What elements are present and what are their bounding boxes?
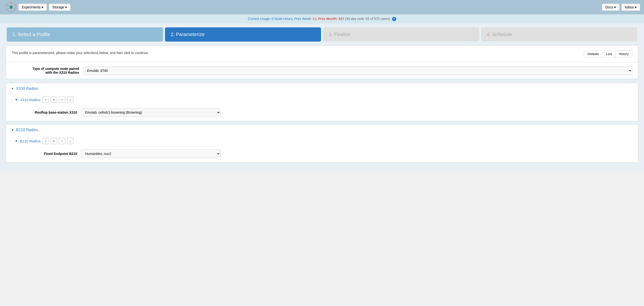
step-2-label: Parameterize [176,32,205,37]
defaults-button[interactable]: Defaults [584,50,603,57]
navbar: Experiments ▾ Storage ▾ Docs ▾ kobus ▾ [0,0,644,14]
b210-plus-button[interactable]: + [51,138,57,144]
experiments-dropdown-icon: ▾ [42,5,43,9]
svg-point-2 [10,6,12,9]
main-content: This profile is parameterized; please ma… [0,45,644,171]
b210-section: ▼ B210 Radios ▼ B210 Radios − + ↑ ↓ Fixe… [6,124,638,163]
storage-dropdown-icon: ▾ [65,5,67,9]
x310-section-title: X310 Radios [16,86,38,91]
navbar-right: Docs ▾ kobus ▾ [602,3,640,11]
navbar-left: Experiments ▾ Storage ▾ [18,3,602,11]
b210-sub-section: ▼ B210 Radios − + ↑ ↓ Fixed Endpoint B21… [6,135,638,162]
logo [4,0,18,14]
x310-param-label: Rooftop base-station X310 [20,110,77,114]
usage-bar: Current Usage: 0 Node Hours, Prev Week: … [0,14,644,23]
step-1[interactable]: 1. Select a Profile [7,27,163,41]
user-label: kobus [625,5,634,9]
x310-down-button[interactable]: ↓ [67,97,73,103]
docs-label: Docs [606,5,613,9]
x310-chevron-icon: ▼ [11,87,14,90]
step-4-number: 4. [487,32,491,37]
prev-week-value: 33 [312,17,316,21]
b210-chevron-icon: ▼ [11,128,14,132]
step-4[interactable]: 4. Schedule [481,27,638,41]
x310-sub-header: ▼ X310 Radios − + ↑ ↓ [15,97,633,103]
compute-node-label: Type of compute node pairedwith the X310… [12,67,79,74]
experiments-label: Experiments [22,5,41,9]
prev-week-label: Prev Week: [294,17,312,21]
x310-param-row: Rooftop base-station X310 Emulab, cellsd… [15,106,633,119]
x310-param-select[interactable]: Emulab, cellsdr1-browning (Browning) Emu… [81,108,220,117]
current-usage-label: Current Usage: 0 Node Hours, [248,17,293,21]
rank-text: (30 day rank: 65 of 575 users) [345,17,390,21]
compute-node-row: Type of compute node pairedwith the X310… [6,62,638,79]
step-1-label: Select a Profile [18,32,50,37]
docs-button[interactable]: Docs ▾ [602,3,620,11]
info-description: This profile is parameterized; please ma… [12,50,149,55]
b210-param-label: Fixed Endpoint B210 [20,152,77,156]
step-4-label: Schedule [492,32,512,37]
storage-button[interactable]: Storage ▾ [49,3,70,11]
x310-plus-button[interactable]: + [51,97,57,103]
step-1-number: 1. [12,32,16,37]
b210-down-button[interactable]: ↓ [67,138,73,144]
x310-sub-chevron-icon: ▼ [15,98,18,102]
b210-section-title: B210 Radios [16,128,38,132]
user-button[interactable]: kobus ▾ [622,3,640,11]
step-3[interactable]: 3. Finalize [323,27,479,41]
docs-dropdown-icon: ▾ [614,5,616,9]
b210-minus-button[interactable]: − [42,138,49,144]
last-button[interactable]: Last [603,50,616,57]
b210-subsection-title: B210 Radios [20,139,41,143]
b210-param-row: Fixed Endpoint B210 Humanities, nuc2 Hum… [15,147,633,160]
experiments-button[interactable]: Experiments ▾ [18,3,47,11]
compute-node-select[interactable]: Emulab, d740 Emulab, d710 Emulab, pc3000 [83,66,632,75]
x310-minus-button[interactable]: − [42,97,49,103]
step-3-number: 3. [329,32,333,37]
x310-subsection-title: X310 Radios [20,98,41,102]
b210-param-select[interactable]: Humanities, nuc2 Humanities, nuc1 Other,… [81,149,220,158]
history-button[interactable]: History [616,50,632,57]
b210-header[interactable]: ▼ B210 Radios [6,124,638,135]
step-2[interactable]: 2. Parameterize [165,27,321,41]
b210-up-button[interactable]: ↑ [59,138,65,144]
x310-up-button[interactable]: ↑ [59,97,65,103]
x310-sub-section: ▼ X310 Radios − + ↑ ↓ Rooftop base-stati… [6,94,638,121]
x310-header[interactable]: ▼ X310 Radios [6,83,638,94]
step-2-number: 2. [171,32,175,37]
info-card: This profile is parameterized; please ma… [6,45,638,79]
steps-container: 1. Select a Profile 2. Parameterize 3. F… [0,23,644,45]
b210-sub-chevron-icon: ▼ [15,139,18,143]
step-3-label: Finalize [334,32,350,37]
prev-month-label: Prev Month: [318,17,338,21]
info-row: This profile is parameterized; please ma… [6,46,638,62]
b210-sub-header: ▼ B210 Radios − + ↑ ↓ [15,138,633,144]
storage-label: Storage [52,5,64,9]
preset-buttons: Defaults Last History [584,50,632,57]
help-icon[interactable]: ? [392,17,396,21]
x310-section: ▼ X310 Radios ▼ X310 Radios − + ↑ ↓ Roof… [6,83,638,121]
prev-month-value: 537 [338,17,344,21]
user-dropdown-icon: ▾ [635,5,636,9]
